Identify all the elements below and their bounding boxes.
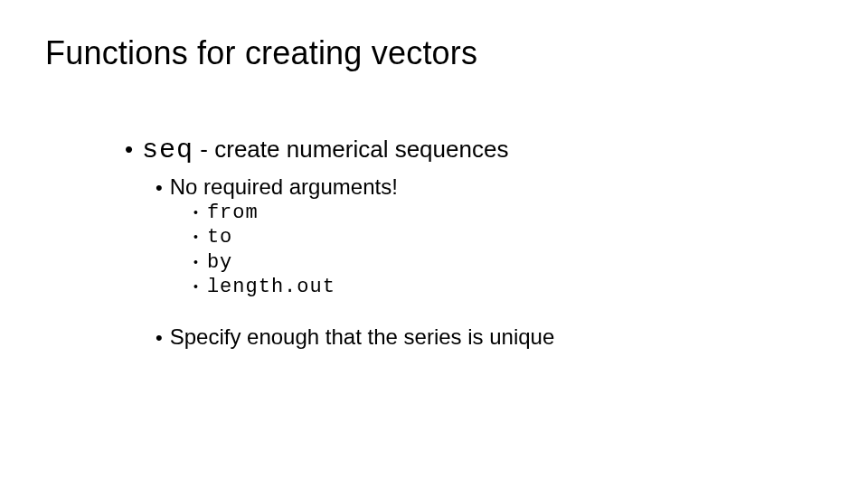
l1-text: seq - create numerical sequences bbox=[142, 134, 508, 168]
slide: Functions for creating vectors • seq - c… bbox=[0, 0, 868, 488]
l2-text-specify: Specify enough that the series is unique bbox=[170, 324, 555, 351]
bullet-dot: • bbox=[156, 175, 163, 201]
bullet-level-3: • to bbox=[193, 225, 554, 250]
bullet-level-2: • Specify enough that the series is uniq… bbox=[156, 324, 554, 351]
bullet-level-2: • No required arguments! bbox=[156, 174, 554, 201]
bullet-level-3: • from bbox=[193, 201, 554, 226]
l1-rest: - create numerical sequences bbox=[193, 136, 508, 163]
bullet-dot: • bbox=[125, 135, 133, 164]
bullet-dot: • bbox=[156, 325, 163, 351]
bullet-dot: • bbox=[193, 279, 198, 296]
bullet-dot: • bbox=[193, 255, 198, 271]
arg-from: from bbox=[207, 201, 259, 226]
bullet-level-1: • seq - create numerical sequences bbox=[125, 134, 554, 168]
slide-content: • seq - create numerical sequences • No … bbox=[125, 134, 554, 351]
bullet-level-3: • by bbox=[193, 250, 554, 276]
l2-text-noargs: No required arguments! bbox=[170, 174, 398, 201]
bullet-dot: • bbox=[193, 205, 198, 221]
slide-title: Functions for creating vectors bbox=[45, 34, 477, 72]
bullet-dot: • bbox=[193, 230, 198, 246]
arg-lengthout: length.out bbox=[207, 275, 335, 300]
arg-by: by bbox=[207, 250, 232, 276]
code-seq: seq bbox=[142, 135, 193, 165]
bullet-level-3: • length.out bbox=[193, 275, 554, 300]
arg-to: to bbox=[207, 225, 232, 250]
